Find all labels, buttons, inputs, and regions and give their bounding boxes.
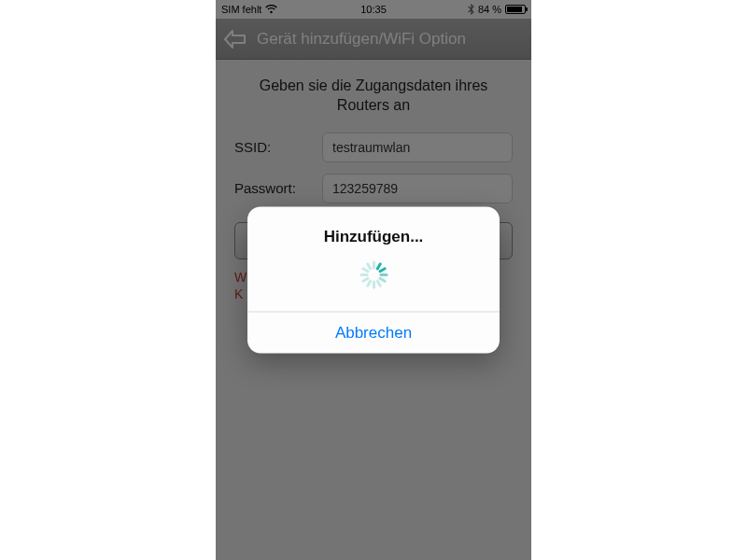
dialog-title: Hinzufügen... bbox=[262, 228, 485, 246]
phone-frame: SIM fehlt 10:35 84 % Gerät hinzufügen/Wi… bbox=[216, 0, 531, 560]
password-input[interactable] bbox=[322, 174, 513, 203]
instruction-text: Geben sie die Zugangsdaten ihres Routers… bbox=[234, 77, 513, 116]
wifi-icon bbox=[265, 5, 277, 14]
battery-percent: 84 % bbox=[478, 4, 501, 15]
ssid-row: SSID: bbox=[234, 133, 513, 162]
spinner-icon bbox=[359, 261, 388, 289]
cancel-button[interactable]: Abbrechen bbox=[247, 313, 500, 354]
loading-dialog: Hinzufügen... Abbrechen bbox=[247, 207, 500, 354]
bluetooth-icon bbox=[468, 4, 474, 15]
password-row: Passwort: bbox=[234, 174, 513, 203]
nav-bar: Gerät hinzufügen/WiFi Option bbox=[216, 19, 531, 60]
ssid-label: SSID: bbox=[234, 139, 313, 155]
password-label: Passwort: bbox=[234, 180, 313, 196]
nav-title: Gerät hinzufügen/WiFi Option bbox=[257, 30, 466, 49]
back-button[interactable] bbox=[221, 26, 249, 52]
ssid-input[interactable] bbox=[322, 133, 513, 162]
battery-icon bbox=[505, 5, 526, 14]
status-bar: SIM fehlt 10:35 84 % bbox=[216, 0, 531, 19]
carrier-label: SIM fehlt bbox=[221, 4, 261, 15]
